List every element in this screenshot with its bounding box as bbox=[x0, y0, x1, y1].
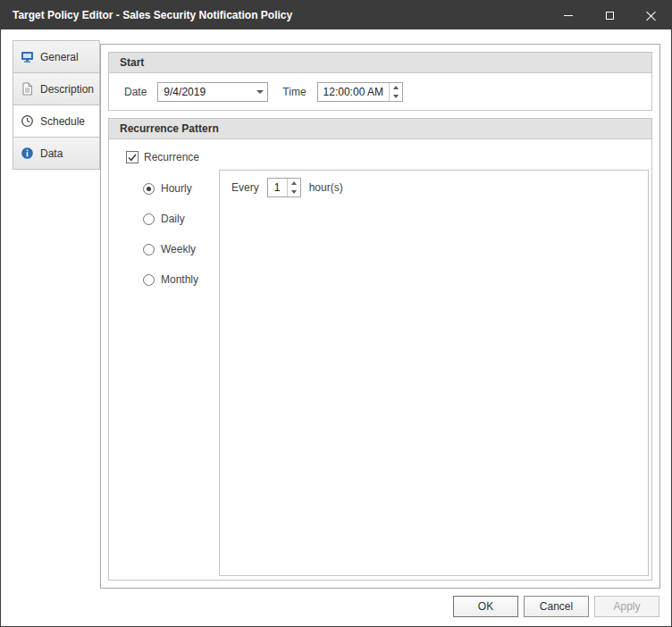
radio-dot bbox=[147, 187, 151, 191]
tab-general-label: General bbox=[40, 51, 79, 63]
date-label: Date bbox=[124, 86, 147, 98]
schedule-page: Start Date 9/4/2019 Time 12:00:00 AM bbox=[101, 45, 659, 588]
tab-description[interactable]: Description bbox=[13, 72, 100, 105]
tab-schedule-label: Schedule bbox=[40, 115, 85, 128]
radio-circle bbox=[143, 274, 155, 286]
radio-daily-label: Daily bbox=[161, 213, 185, 225]
radio-weekly[interactable]: Weekly bbox=[143, 243, 196, 255]
start-fields-row: Date 9/4/2019 Time 12:00:00 AM bbox=[109, 73, 651, 110]
tab-data[interactable]: Data bbox=[13, 137, 100, 170]
dialog-window: Target Policy Editor - Sales Security No… bbox=[0, 0, 672, 627]
time-spin-up-button[interactable] bbox=[390, 83, 402, 92]
time-spinner[interactable]: 12:00:00 AM bbox=[317, 82, 403, 102]
titlebar: Target Policy Editor - Sales Security No… bbox=[1, 1, 671, 29]
start-group-header: Start bbox=[109, 53, 651, 73]
chevron-down-icon bbox=[393, 95, 399, 98]
hourly-interval-row: Every 1 hour(s) bbox=[220, 171, 648, 197]
window-title: Target Policy Editor - Sales Security No… bbox=[1, 9, 548, 21]
recurrence-group: Recurrence Pattern Recurrence bbox=[108, 118, 652, 581]
interval-spin-down-button[interactable] bbox=[288, 188, 300, 196]
interval-spin-buttons bbox=[287, 179, 300, 196]
ok-button[interactable]: OK bbox=[453, 596, 518, 617]
maximize-icon bbox=[606, 12, 614, 20]
every-label: Every bbox=[231, 181, 259, 194]
radio-monthly-label: Monthly bbox=[161, 273, 198, 286]
date-dropdown-button[interactable] bbox=[252, 83, 267, 101]
maximize-button[interactable] bbox=[589, 1, 630, 29]
time-spin-down-button[interactable] bbox=[390, 92, 402, 101]
window-controls bbox=[548, 1, 671, 29]
checkbox-box bbox=[126, 151, 139, 163]
radio-circle bbox=[143, 183, 155, 195]
check-icon bbox=[128, 154, 137, 162]
time-value: 12:00:00 AM bbox=[318, 83, 389, 101]
interval-value: 1 bbox=[268, 179, 287, 196]
start-group: Start Date 9/4/2019 Time 12:00:00 AM bbox=[108, 52, 652, 111]
close-icon bbox=[646, 11, 656, 21]
radio-monthly[interactable]: Monthly bbox=[143, 273, 198, 286]
recurrence-content: Recurrence Hourly Daily Weekly bbox=[109, 139, 651, 580]
tab-general[interactable]: General bbox=[13, 40, 100, 73]
recurrence-group-header: Recurrence Pattern bbox=[109, 119, 651, 139]
time-spin-buttons bbox=[389, 83, 402, 101]
radio-circle bbox=[143, 213, 155, 225]
radio-hourly-label: Hourly bbox=[161, 182, 192, 195]
chevron-down-icon bbox=[291, 190, 297, 194]
date-combobox[interactable]: 9/4/2019 bbox=[157, 82, 268, 102]
chevron-up-icon bbox=[393, 86, 399, 89]
tab-data-label: Data bbox=[40, 147, 63, 160]
minimize-icon bbox=[564, 15, 573, 16]
hours-unit-label: hour(s) bbox=[309, 181, 343, 194]
sidebar-tabs: General Description Schedule bbox=[13, 40, 100, 170]
tab-schedule[interactable]: Schedule bbox=[13, 104, 100, 138]
monitor-icon bbox=[21, 50, 34, 63]
radio-circle bbox=[143, 244, 155, 255]
radio-hourly[interactable]: Hourly bbox=[143, 182, 192, 195]
hourly-options-panel: Every 1 hour(s) bbox=[219, 170, 649, 576]
recurrence-checkbox[interactable]: Recurrence bbox=[126, 151, 199, 163]
tab-description-label: Description bbox=[40, 83, 94, 96]
close-button[interactable] bbox=[630, 1, 671, 29]
document-icon bbox=[21, 82, 34, 96]
date-value: 9/4/2019 bbox=[158, 83, 252, 101]
radio-daily[interactable]: Daily bbox=[143, 213, 185, 225]
info-icon bbox=[21, 146, 34, 160]
content-panel: Start Date 9/4/2019 Time 12:00:00 AM bbox=[100, 44, 660, 589]
time-label: Time bbox=[282, 86, 306, 98]
radio-weekly-label: Weekly bbox=[161, 243, 196, 255]
interval-spinner[interactable]: 1 bbox=[267, 178, 301, 197]
recurrence-checkbox-label: Recurrence bbox=[144, 151, 199, 163]
apply-button[interactable]: Apply bbox=[594, 596, 659, 617]
minimize-button[interactable] bbox=[548, 1, 589, 29]
chevron-up-icon bbox=[291, 181, 297, 185]
cancel-button[interactable]: Cancel bbox=[524, 596, 589, 617]
dialog-body: General Description Schedule bbox=[1, 29, 671, 626]
chevron-down-icon bbox=[256, 90, 264, 94]
interval-spin-up-button[interactable] bbox=[288, 179, 300, 188]
clock-icon bbox=[21, 114, 34, 128]
